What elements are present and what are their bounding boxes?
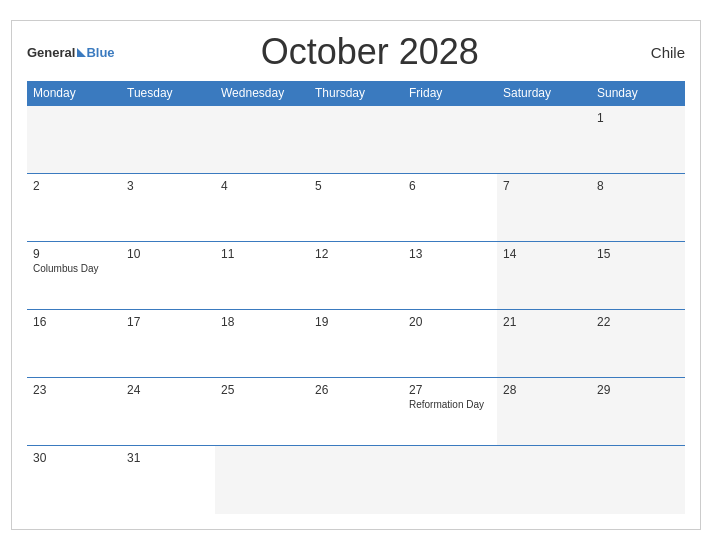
calendar-cell: 9Columbus Day	[27, 242, 121, 310]
day-number: 22	[597, 315, 679, 329]
day-number: 11	[221, 247, 303, 261]
calendar-cell: 1	[591, 106, 685, 174]
calendar-cell: 23	[27, 378, 121, 446]
day-number: 30	[33, 451, 115, 465]
day-number: 29	[597, 383, 679, 397]
day-number: 20	[409, 315, 491, 329]
weekday-header-sunday: Sunday	[591, 81, 685, 106]
calendar-cell: 17	[121, 310, 215, 378]
day-number: 24	[127, 383, 209, 397]
calendar-cell	[215, 106, 309, 174]
calendar-cell: 12	[309, 242, 403, 310]
week-row-3: 16171819202122	[27, 310, 685, 378]
day-number: 5	[315, 179, 397, 193]
weekday-header-thursday: Thursday	[309, 81, 403, 106]
calendar-cell: 29	[591, 378, 685, 446]
day-number: 14	[503, 247, 585, 261]
logo-blue-text: Blue	[86, 45, 114, 60]
calendar-cell: 8	[591, 174, 685, 242]
day-number: 2	[33, 179, 115, 193]
calendar-title: October 2028	[115, 31, 625, 73]
day-number: 21	[503, 315, 585, 329]
calendar-cell: 22	[591, 310, 685, 378]
calendar-thead: MondayTuesdayWednesdayThursdayFridaySatu…	[27, 81, 685, 106]
weekday-header-saturday: Saturday	[497, 81, 591, 106]
day-number: 1	[597, 111, 679, 125]
week-row-1: 2345678	[27, 174, 685, 242]
calendar-cell: 14	[497, 242, 591, 310]
calendar-cell: 24	[121, 378, 215, 446]
calendar-cell	[403, 446, 497, 514]
calendar-cell: 5	[309, 174, 403, 242]
calendar-cell	[309, 446, 403, 514]
calendar-cell: 20	[403, 310, 497, 378]
calendar-container: General Blue October 2028 Chile MondayTu…	[11, 20, 701, 530]
logo: General Blue	[27, 45, 115, 60]
week-row-5: 3031	[27, 446, 685, 514]
calendar-cell: 15	[591, 242, 685, 310]
calendar-cell: 13	[403, 242, 497, 310]
day-number: 3	[127, 179, 209, 193]
calendar-cell: 21	[497, 310, 591, 378]
calendar-cell	[121, 106, 215, 174]
day-number: 18	[221, 315, 303, 329]
calendar-cell: 31	[121, 446, 215, 514]
day-number: 15	[597, 247, 679, 261]
calendar-header: General Blue October 2028 Chile	[27, 31, 685, 73]
calendar-cell	[27, 106, 121, 174]
country-label: Chile	[625, 44, 685, 61]
day-number: 28	[503, 383, 585, 397]
day-number: 25	[221, 383, 303, 397]
calendar-cell: 30	[27, 446, 121, 514]
day-number: 12	[315, 247, 397, 261]
day-number: 6	[409, 179, 491, 193]
day-number: 10	[127, 247, 209, 261]
logo-general-text: General	[27, 45, 75, 60]
calendar-cell: 6	[403, 174, 497, 242]
calendar-cell: 16	[27, 310, 121, 378]
calendar-cell: 27Reformation Day	[403, 378, 497, 446]
calendar-cell	[309, 106, 403, 174]
holiday-name: Reformation Day	[409, 399, 491, 410]
calendar-cell: 10	[121, 242, 215, 310]
day-number: 8	[597, 179, 679, 193]
calendar-cell: 2	[27, 174, 121, 242]
calendar-cell: 26	[309, 378, 403, 446]
day-number: 31	[127, 451, 209, 465]
weekday-header-tuesday: Tuesday	[121, 81, 215, 106]
week-row-0: 1	[27, 106, 685, 174]
logo-triangle-icon	[77, 48, 86, 57]
calendar-cell: 25	[215, 378, 309, 446]
weekday-header-monday: Monday	[27, 81, 121, 106]
calendar-cell	[591, 446, 685, 514]
week-row-2: 9Columbus Day101112131415	[27, 242, 685, 310]
day-number: 19	[315, 315, 397, 329]
day-number: 17	[127, 315, 209, 329]
day-number: 16	[33, 315, 115, 329]
weekday-header-friday: Friday	[403, 81, 497, 106]
calendar-cell	[215, 446, 309, 514]
day-number: 26	[315, 383, 397, 397]
calendar-grid: MondayTuesdayWednesdayThursdayFridaySatu…	[27, 81, 685, 514]
day-number: 4	[221, 179, 303, 193]
calendar-cell: 19	[309, 310, 403, 378]
week-row-4: 2324252627Reformation Day2829	[27, 378, 685, 446]
weekday-header-wednesday: Wednesday	[215, 81, 309, 106]
calendar-cell: 7	[497, 174, 591, 242]
calendar-body: 123456789Columbus Day1011121314151617181…	[27, 106, 685, 514]
calendar-cell: 4	[215, 174, 309, 242]
day-number: 7	[503, 179, 585, 193]
calendar-cell: 28	[497, 378, 591, 446]
calendar-cell	[497, 446, 591, 514]
calendar-cell	[497, 106, 591, 174]
weekday-header-row: MondayTuesdayWednesdayThursdayFridaySatu…	[27, 81, 685, 106]
holiday-name: Columbus Day	[33, 263, 115, 274]
calendar-cell	[403, 106, 497, 174]
day-number: 9	[33, 247, 115, 261]
calendar-cell: 11	[215, 242, 309, 310]
day-number: 13	[409, 247, 491, 261]
calendar-cell: 18	[215, 310, 309, 378]
day-number: 23	[33, 383, 115, 397]
day-number: 27	[409, 383, 491, 397]
calendar-cell: 3	[121, 174, 215, 242]
